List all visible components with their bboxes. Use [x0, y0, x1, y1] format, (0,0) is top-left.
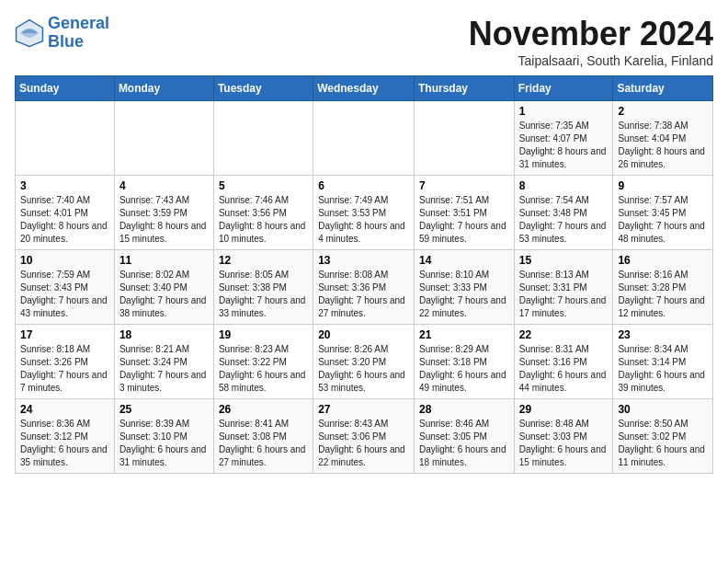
- day-number: 2: [618, 105, 708, 118]
- day-info: Sunrise: 8:26 AMSunset: 3:20 PMDaylight:…: [318, 343, 409, 395]
- calendar-cell: 23Sunrise: 8:34 AMSunset: 3:14 PMDayligh…: [613, 325, 713, 399]
- calendar-week-row: 1Sunrise: 7:35 AMSunset: 4:07 PMDaylight…: [16, 101, 713, 176]
- day-info: Sunrise: 8:13 AMSunset: 3:31 PMDaylight:…: [519, 269, 609, 320]
- calendar-cell: 10Sunrise: 7:59 AMSunset: 3:43 PMDayligh…: [16, 250, 115, 325]
- calendar-cell: 6Sunrise: 7:49 AMSunset: 3:53 PMDaylight…: [313, 176, 415, 250]
- calendar-cell: 7Sunrise: 7:51 AMSunset: 3:51 PMDaylight…: [414, 176, 514, 250]
- day-info: Sunrise: 8:29 AMSunset: 3:18 PMDaylight:…: [419, 343, 509, 395]
- day-number: 8: [519, 179, 609, 192]
- day-info: Sunrise: 8:08 AMSunset: 3:36 PMDaylight:…: [318, 269, 409, 320]
- day-number: 6: [318, 179, 409, 192]
- calendar-cell: 4Sunrise: 7:43 AMSunset: 3:59 PMDaylight…: [114, 176, 213, 250]
- calendar-cell: 15Sunrise: 8:13 AMSunset: 3:31 PMDayligh…: [514, 250, 613, 325]
- calendar-cell: [313, 101, 415, 176]
- day-number: 1: [519, 105, 609, 118]
- calendar-cell: 9Sunrise: 7:57 AMSunset: 3:45 PMDaylight…: [613, 176, 713, 250]
- month-title: November 2024: [469, 15, 713, 53]
- calendar-week-row: 24Sunrise: 8:36 AMSunset: 3:12 PMDayligh…: [16, 399, 713, 474]
- day-info: Sunrise: 8:02 AMSunset: 3:40 PMDaylight:…: [119, 269, 209, 320]
- calendar-cell: 27Sunrise: 8:43 AMSunset: 3:06 PMDayligh…: [313, 399, 415, 474]
- calendar-week-row: 17Sunrise: 8:18 AMSunset: 3:26 PMDayligh…: [16, 325, 713, 399]
- day-info: Sunrise: 8:16 AMSunset: 3:28 PMDaylight:…: [618, 269, 708, 320]
- day-info: Sunrise: 8:36 AMSunset: 3:12 PMDaylight:…: [20, 418, 109, 469]
- day-info: Sunrise: 7:35 AMSunset: 4:07 PMDaylight:…: [519, 120, 609, 171]
- day-info: Sunrise: 8:39 AMSunset: 3:10 PMDaylight:…: [119, 418, 209, 469]
- calendar-cell: 5Sunrise: 7:46 AMSunset: 3:56 PMDaylight…: [213, 176, 313, 250]
- day-number: 15: [519, 254, 609, 267]
- day-info: Sunrise: 8:21 AMSunset: 3:24 PMDaylight:…: [119, 343, 209, 395]
- day-number: 28: [419, 403, 509, 416]
- calendar-cell: 2Sunrise: 7:38 AMSunset: 4:04 PMDaylight…: [613, 101, 713, 176]
- weekday-header: Wednesday: [313, 76, 415, 101]
- day-number: 18: [119, 328, 209, 341]
- day-number: 29: [519, 403, 609, 416]
- calendar-cell: 20Sunrise: 8:26 AMSunset: 3:20 PMDayligh…: [313, 325, 415, 399]
- calendar-cell: 24Sunrise: 8:36 AMSunset: 3:12 PMDayligh…: [16, 399, 115, 474]
- day-number: 21: [419, 328, 509, 341]
- day-info: Sunrise: 8:34 AMSunset: 3:14 PMDaylight:…: [618, 343, 708, 395]
- calendar-cell: 14Sunrise: 8:10 AMSunset: 3:33 PMDayligh…: [414, 250, 514, 325]
- logo-text: General Blue: [48, 15, 109, 52]
- day-number: 22: [519, 328, 609, 341]
- day-number: 19: [219, 328, 308, 341]
- calendar-cell: 12Sunrise: 8:05 AMSunset: 3:38 PMDayligh…: [213, 250, 313, 325]
- calendar-cell: 26Sunrise: 8:41 AMSunset: 3:08 PMDayligh…: [213, 399, 313, 474]
- day-number: 14: [419, 254, 509, 267]
- day-info: Sunrise: 8:43 AMSunset: 3:06 PMDaylight:…: [318, 418, 409, 469]
- day-number: 11: [119, 254, 209, 267]
- day-number: 3: [20, 179, 109, 192]
- day-number: 20: [318, 328, 409, 341]
- calendar-cell: 30Sunrise: 8:50 AMSunset: 3:02 PMDayligh…: [613, 399, 713, 474]
- day-info: Sunrise: 8:50 AMSunset: 3:02 PMDaylight:…: [618, 418, 708, 469]
- calendar-cell: 16Sunrise: 8:16 AMSunset: 3:28 PMDayligh…: [613, 250, 713, 325]
- day-info: Sunrise: 7:38 AMSunset: 4:04 PMDaylight:…: [618, 120, 708, 171]
- day-info: Sunrise: 8:05 AMSunset: 3:38 PMDaylight:…: [219, 269, 308, 320]
- calendar-table: SundayMondayTuesdayWednesdayThursdayFrid…: [15, 75, 713, 474]
- calendar-cell: 8Sunrise: 7:54 AMSunset: 3:48 PMDaylight…: [514, 176, 613, 250]
- header: General Blue November 2024 Taipalsaari, …: [15, 15, 713, 68]
- day-number: 25: [119, 403, 209, 416]
- calendar-cell: 19Sunrise: 8:23 AMSunset: 3:22 PMDayligh…: [213, 325, 313, 399]
- weekday-header: Friday: [514, 76, 613, 101]
- calendar-cell: [414, 101, 514, 176]
- calendar-cell: [114, 101, 213, 176]
- calendar-cell: 21Sunrise: 8:29 AMSunset: 3:18 PMDayligh…: [414, 325, 514, 399]
- day-info: Sunrise: 8:48 AMSunset: 3:03 PMDaylight:…: [519, 418, 609, 469]
- day-number: 23: [618, 328, 708, 341]
- calendar-cell: 18Sunrise: 8:21 AMSunset: 3:24 PMDayligh…: [114, 325, 213, 399]
- day-number: 5: [219, 179, 308, 192]
- day-info: Sunrise: 8:18 AMSunset: 3:26 PMDaylight:…: [20, 343, 109, 395]
- day-info: Sunrise: 8:41 AMSunset: 3:08 PMDaylight:…: [219, 418, 308, 469]
- calendar-cell: 25Sunrise: 8:39 AMSunset: 3:10 PMDayligh…: [114, 399, 213, 474]
- calendar-cell: 28Sunrise: 8:46 AMSunset: 3:05 PMDayligh…: [414, 399, 514, 474]
- day-number: 27: [318, 403, 409, 416]
- weekday-header: Saturday: [613, 76, 713, 101]
- title-area: November 2024 Taipalsaari, South Karelia…: [469, 15, 713, 68]
- calendar-week-row: 3Sunrise: 7:40 AMSunset: 4:01 PMDaylight…: [16, 176, 713, 250]
- day-info: Sunrise: 7:54 AMSunset: 3:48 PMDaylight:…: [519, 194, 609, 246]
- logo: General Blue: [15, 15, 109, 52]
- day-info: Sunrise: 7:57 AMSunset: 3:45 PMDaylight:…: [618, 194, 708, 246]
- day-info: Sunrise: 7:46 AMSunset: 3:56 PMDaylight:…: [219, 194, 308, 246]
- calendar-cell: 17Sunrise: 8:18 AMSunset: 3:26 PMDayligh…: [16, 325, 115, 399]
- calendar-week-row: 10Sunrise: 7:59 AMSunset: 3:43 PMDayligh…: [16, 250, 713, 325]
- day-info: Sunrise: 8:23 AMSunset: 3:22 PMDaylight:…: [219, 343, 308, 395]
- calendar-cell: 11Sunrise: 8:02 AMSunset: 3:40 PMDayligh…: [114, 250, 213, 325]
- day-info: Sunrise: 7:43 AMSunset: 3:59 PMDaylight:…: [119, 194, 209, 246]
- day-number: 12: [219, 254, 308, 267]
- weekday-header: Thursday: [414, 76, 514, 101]
- location: Taipalsaari, South Karelia, Finland: [469, 53, 713, 68]
- day-number: 26: [219, 403, 308, 416]
- day-info: Sunrise: 7:51 AMSunset: 3:51 PMDaylight:…: [419, 194, 509, 246]
- day-info: Sunrise: 8:31 AMSunset: 3:16 PMDaylight:…: [519, 343, 609, 395]
- day-info: Sunrise: 8:46 AMSunset: 3:05 PMDaylight:…: [419, 418, 509, 469]
- calendar-cell: 22Sunrise: 8:31 AMSunset: 3:16 PMDayligh…: [514, 325, 613, 399]
- day-number: 10: [20, 254, 109, 267]
- day-info: Sunrise: 7:49 AMSunset: 3:53 PMDaylight:…: [318, 194, 409, 246]
- weekday-header: Monday: [114, 76, 213, 101]
- day-info: Sunrise: 8:10 AMSunset: 3:33 PMDaylight:…: [419, 269, 509, 320]
- calendar-cell: 1Sunrise: 7:35 AMSunset: 4:07 PMDaylight…: [514, 101, 613, 176]
- day-number: 24: [20, 403, 109, 416]
- day-number: 9: [618, 179, 708, 192]
- calendar-cell: [213, 101, 313, 176]
